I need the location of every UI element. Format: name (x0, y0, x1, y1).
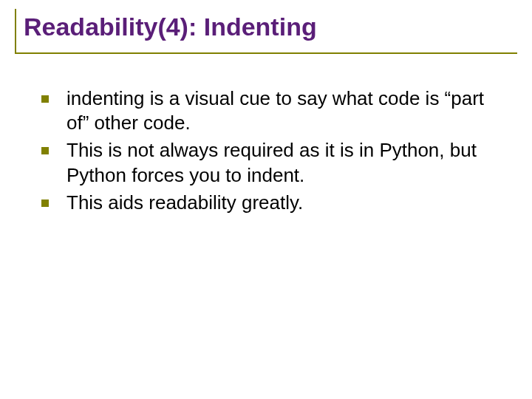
list-item: This aids readability greatly. (41, 191, 502, 215)
bullet-square-icon (41, 200, 49, 207)
bullet-text: This aids readability greatly. (66, 191, 303, 214)
slide-content: indenting is a visual cue to say what co… (15, 86, 517, 215)
list-item: This is not always required as it is in … (41, 138, 502, 188)
slide-title: Readability(4): Indenting (24, 12, 510, 42)
bullet-text: indenting is a visual cue to say what co… (66, 87, 484, 134)
title-container: Readability(4): Indenting (15, 9, 517, 54)
bullet-text: This is not always required as it is in … (66, 139, 477, 185)
bullet-list: indenting is a visual cue to say what co… (41, 86, 502, 215)
list-item: indenting is a visual cue to say what co… (41, 86, 502, 136)
bullet-square-icon (41, 95, 49, 103)
slide: Readability(4): Indenting indenting is a… (0, 0, 532, 399)
bullet-square-icon (41, 147, 49, 154)
